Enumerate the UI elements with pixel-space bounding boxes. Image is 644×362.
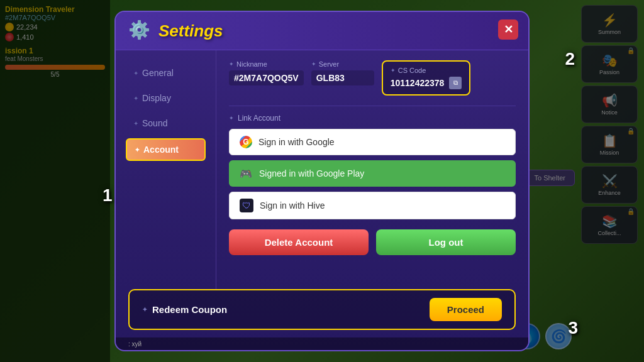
sound-label: Sound [142, 118, 167, 128]
cs-code-box: CS Code 10112422378 ⧉ [382, 60, 471, 96]
google-signin-button[interactable]: G Sign in with Google [229, 129, 516, 155]
server-label: Server [311, 60, 374, 68]
bottom-hint-bar: : xyй [116, 337, 528, 350]
server-value: GLB83 [311, 70, 374, 85]
display-label: Display [142, 93, 171, 103]
link-account-title: Link Account [229, 114, 516, 123]
nickname-value: #2M7A7QOQ5V [229, 70, 304, 85]
proceed-button[interactable]: Proceed [430, 298, 502, 321]
nickname-field-group: Nickname #2M7A7QOQ5V [229, 60, 304, 85]
nickname-label: Nickname [229, 60, 304, 68]
google-g-icon: G [240, 136, 252, 148]
logout-button[interactable]: Log out [376, 229, 516, 255]
modal-content: Nickname #2M7A7QOQ5V Server GLB83 CS Cod… [216, 50, 528, 289]
hive-icon: 🛡 [240, 199, 253, 212]
badge-1: 1 [103, 185, 113, 206]
gear-icon: ⚙️ [128, 19, 151, 42]
coupon-bar: Redeem Coupon Proceed [128, 289, 516, 330]
badge-3: 3 [568, 318, 578, 338]
badge-2: 2 [565, 49, 575, 69]
googleplay-signed-button[interactable]: 🎮 Signed in with Google Play [229, 160, 516, 187]
coupon-title: Redeem Coupon [142, 304, 227, 315]
modal-sidebar: General Display Sound Account [116, 50, 216, 289]
menu-display[interactable]: Display [126, 88, 206, 108]
modal-body: General Display Sound Account Nickname [116, 50, 528, 289]
link-account-section: Link Account G Sign in with Google 🎮 Sig… [229, 114, 516, 219]
fields-row: Nickname #2M7A7QOQ5V Server GLB83 CS Cod… [229, 60, 516, 96]
chat-text: : xyй [128, 341, 142, 348]
hive-label: Sign in with Hive [260, 200, 325, 211]
server-field-group: Server GLB83 [311, 60, 374, 85]
account-label: Account [143, 145, 179, 155]
cs-code-value: 10112422378 [391, 78, 445, 88]
menu-general[interactable]: General [126, 63, 206, 83]
delete-account-button[interactable]: Delete Account [229, 229, 369, 255]
settings-modal: ⚙️ Settings ✕ General Display Sound Acco… [114, 11, 530, 351]
modal-overlay: ⚙️ Settings ✕ General Display Sound Acco… [0, 0, 644, 362]
copy-cs-code-button[interactable]: ⧉ [449, 77, 462, 89]
cs-code-value-row: 10112422378 ⧉ [391, 77, 462, 89]
general-label: General [142, 68, 174, 78]
close-button[interactable]: ✕ [498, 19, 518, 40]
cs-code-label: CS Code [391, 67, 462, 74]
gamepad-icon: 🎮 [239, 167, 253, 180]
divider-1 [229, 106, 516, 106]
menu-account[interactable]: Account [126, 138, 206, 161]
googleplay-label: Signed in with Google Play [259, 168, 364, 178]
modal-header: ⚙️ Settings ✕ [116, 12, 528, 50]
menu-sound[interactable]: Sound [126, 113, 206, 133]
modal-title: Settings [158, 21, 223, 41]
hive-signin-button[interactable]: 🛡 Sign in with Hive [229, 192, 516, 219]
action-buttons-row: Delete Account Log out [229, 229, 516, 255]
google-label: Sign in with Google [258, 137, 335, 147]
